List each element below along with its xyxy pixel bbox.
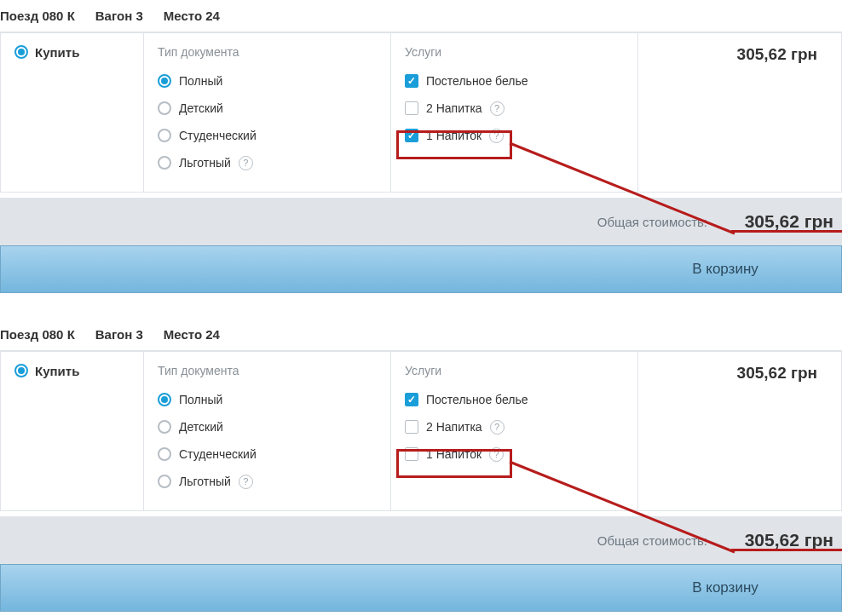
train-label: Поезд 080 К xyxy=(0,9,75,23)
doc-type-column: Тип документа Полный Детский Студенчески… xyxy=(144,33,391,192)
booking-block-1: Поезд 080 К Вагон 3 Место 24 Купить Тип … xyxy=(0,0,842,293)
services-column: Услуги Постельное белье 2 Напитка ? 1 На… xyxy=(391,33,638,192)
doc-student-radio[interactable] xyxy=(158,447,171,461)
svc-drink1[interactable]: 1 Напиток ? xyxy=(405,440,624,468)
services-column: Услуги Постельное белье 2 Напитка ? 1 На… xyxy=(391,352,638,510)
seat-label: Место 24 xyxy=(164,327,220,342)
ticket-price: 305,62 грн xyxy=(638,33,841,192)
doc-discount-radio[interactable] xyxy=(158,475,171,488)
svc-drinks2-checkbox[interactable] xyxy=(405,101,418,115)
total-label: Общая стоимость: xyxy=(597,215,707,229)
annotation-underline xyxy=(731,549,842,551)
doc-child[interactable]: Детский xyxy=(158,413,377,440)
train-label: Поезд 080 К xyxy=(0,327,75,342)
wagon-label: Вагон 3 xyxy=(95,327,143,342)
svc-linen-checkbox[interactable] xyxy=(405,74,418,88)
ticket-panel: Купить Тип документа Полный Детский Студ… xyxy=(0,32,842,193)
wagon-label: Вагон 3 xyxy=(95,9,143,23)
help-icon[interactable]: ? xyxy=(239,156,253,170)
total-price: 305,62 грн xyxy=(723,530,833,550)
doc-child-radio[interactable] xyxy=(158,101,171,115)
doc-full-radio[interactable] xyxy=(158,74,171,88)
doc-full[interactable]: Полный xyxy=(158,67,377,95)
help-icon[interactable]: ? xyxy=(489,129,504,143)
buy-radio[interactable] xyxy=(14,45,28,59)
doc-section-label: Тип документа xyxy=(158,364,377,377)
annotation-underline xyxy=(731,230,842,233)
doc-student[interactable]: Студенческий xyxy=(158,440,377,468)
doc-student[interactable]: Студенческий xyxy=(158,122,377,149)
svc-drink1[interactable]: 1 Напиток ? xyxy=(405,122,624,149)
help-icon[interactable]: ? xyxy=(239,475,253,489)
svc-linen-checkbox[interactable] xyxy=(405,393,418,406)
svc-linen[interactable]: Постельное белье xyxy=(405,386,624,413)
add-to-cart-button[interactable]: В корзину xyxy=(609,246,841,292)
doc-child[interactable]: Детский xyxy=(158,95,377,122)
svc-section-label: Услуги xyxy=(405,364,624,377)
svc-drinks2-checkbox[interactable] xyxy=(405,420,418,434)
svc-drinks2[interactable]: 2 Напитка ? xyxy=(405,95,624,122)
doc-student-radio[interactable] xyxy=(158,129,171,142)
total-bar: Общая стоимость: 305,62 грн xyxy=(0,516,842,564)
help-icon[interactable]: ? xyxy=(490,420,505,435)
buy-option[interactable]: Купить xyxy=(1,352,144,510)
buy-option[interactable]: Купить xyxy=(1,33,144,192)
doc-child-radio[interactable] xyxy=(158,420,171,434)
svc-section-label: Услуги xyxy=(405,45,624,59)
ticket-price: 305,62 грн xyxy=(638,352,841,510)
doc-discount[interactable]: Льготный ? xyxy=(158,468,377,495)
buy-label: Купить xyxy=(35,364,79,378)
svc-drinks2[interactable]: 2 Напитка ? xyxy=(405,413,624,440)
help-icon[interactable]: ? xyxy=(490,101,505,116)
add-to-cart-button[interactable]: В корзину xyxy=(609,565,841,611)
ticket-panel: Купить Тип документа Полный Детский Студ… xyxy=(0,350,842,511)
booking-block-2: Поезд 080 К Вагон 3 Место 24 Купить Тип … xyxy=(0,319,842,612)
seat-label: Место 24 xyxy=(164,9,220,23)
total-bar: Общая стоимость: 305,62 грн xyxy=(0,198,842,245)
total-label: Общая стоимость: xyxy=(597,533,707,548)
svc-drink1-checkbox[interactable] xyxy=(405,447,418,461)
doc-discount[interactable]: Льготный ? xyxy=(158,149,377,176)
buy-label: Купить xyxy=(35,45,79,60)
doc-type-column: Тип документа Полный Детский Студенчески… xyxy=(144,352,391,510)
total-price: 305,62 грн xyxy=(723,211,833,232)
doc-full[interactable]: Полный xyxy=(158,386,377,413)
doc-full-radio[interactable] xyxy=(158,393,171,406)
doc-discount-radio[interactable] xyxy=(158,156,171,170)
svc-linen[interactable]: Постельное белье xyxy=(405,67,624,95)
svc-drink1-checkbox[interactable] xyxy=(405,129,418,142)
buy-radio[interactable] xyxy=(14,364,28,377)
ticket-header: Поезд 080 К Вагон 3 Место 24 xyxy=(0,319,842,350)
ticket-header: Поезд 080 К Вагон 3 Место 24 xyxy=(0,0,842,32)
help-icon[interactable]: ? xyxy=(489,447,504,462)
cart-bar: В корзину xyxy=(0,245,842,293)
doc-section-label: Тип документа xyxy=(158,45,377,59)
cart-bar: В корзину xyxy=(0,564,842,612)
